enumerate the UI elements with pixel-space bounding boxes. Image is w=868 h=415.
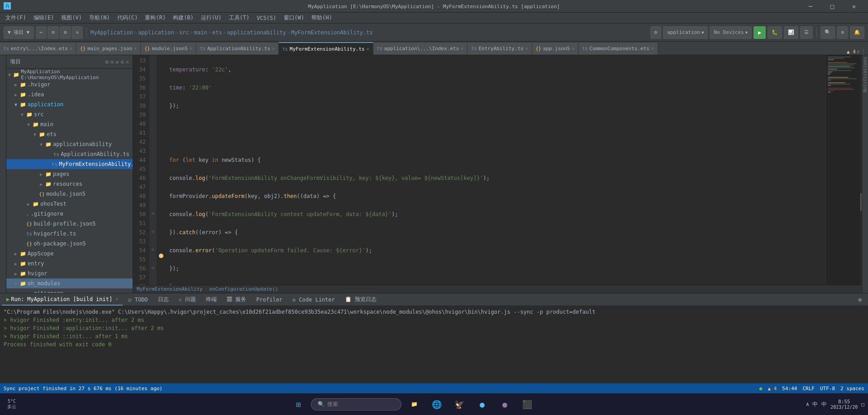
notifications-label[interactable]: Notifications xyxy=(863,57,868,92)
expand-all-button[interactable]: ⇔ xyxy=(36,26,47,39)
close-panel-button[interactable]: ✕ xyxy=(72,26,83,39)
minimap-scroll-thumb[interactable] xyxy=(860,193,862,211)
settings-sidebar-icon[interactable]: ⚙ xyxy=(121,59,124,65)
tab-myform-active[interactable]: ts MyFormExtensionAbility.ts × xyxy=(279,42,373,55)
collapse-icon[interactable]: ≡ xyxy=(110,59,114,65)
expand-icon[interactable]: ⊞ xyxy=(105,59,109,65)
minimize-button[interactable]: ─ xyxy=(800,0,821,13)
run-tab-close[interactable]: × xyxy=(115,297,118,302)
tree-app-ability-file[interactable]: ▶ ts ApplicationAbility.ts xyxy=(6,149,133,159)
device-dropdown[interactable]: No Devices ▼ xyxy=(710,26,752,39)
debug-button[interactable]: 🐛 xyxy=(768,26,782,39)
tree-application[interactable]: ▼ 📁 application xyxy=(6,99,133,109)
profile-button[interactable]: 📊 xyxy=(784,26,798,39)
taskbar-blue-app[interactable]: ● xyxy=(472,394,492,414)
tree-pages[interactable]: ▶ 📁 pages xyxy=(6,169,133,179)
tree-entry[interactable]: ▶ 📁 entry xyxy=(6,259,133,269)
line-ending[interactable]: CRLF xyxy=(802,386,815,391)
gear-button[interactable]: ⚙ xyxy=(837,26,848,39)
tree-gitignore-root[interactable]: ▶ . .gitignore xyxy=(6,288,133,293)
tree-hvigorfile[interactable]: ▶ ts hvigorfile.ts xyxy=(6,229,133,239)
tab-close[interactable]: × xyxy=(525,46,528,51)
tab-common-components[interactable]: ts CommonComponents.ets × xyxy=(578,42,658,55)
taskbar-purple-app[interactable]: ● xyxy=(495,394,515,414)
start-button[interactable]: ⊞ xyxy=(288,394,308,414)
tab-chevron[interactable]: ∧ xyxy=(857,48,860,55)
weather-widget[interactable]: 5°C 多云 xyxy=(4,394,20,414)
maximize-button[interactable]: □ xyxy=(822,0,843,13)
close-sidebar-icon[interactable]: ✕ xyxy=(126,59,129,65)
tree-idea[interactable]: ▶ 📁 .idea xyxy=(6,90,133,99)
run-config-dropdown[interactable]: application ▼ xyxy=(663,26,708,39)
tree-oh-package[interactable]: ▶ {} oh-package.json5 xyxy=(6,239,133,249)
tab-application-ability[interactable]: ts ApplicationAbility.ts × xyxy=(196,42,279,55)
menu-code[interactable]: 代码(C) xyxy=(114,13,142,23)
menu-help[interactable]: 帮助(H) xyxy=(308,13,336,23)
sync-icon[interactable]: ⇄ xyxy=(115,59,119,65)
menu-view[interactable]: 视图(V) xyxy=(57,13,86,23)
tab-close[interactable]: × xyxy=(572,46,574,51)
tab-more[interactable]: ⋮ xyxy=(861,48,866,55)
tree-root[interactable]: ▼ 📁 MyApplication E:\HarmonyOS\MyApplica… xyxy=(6,70,133,80)
breakpoint-dot[interactable] xyxy=(159,254,163,258)
tab-run[interactable]: ▶ Run: MyApplication [build init] × xyxy=(2,294,123,306)
taskbar-search[interactable]: 🔍 搜索 xyxy=(311,398,401,410)
tab-profiler[interactable]: Profiler xyxy=(252,294,287,306)
menu-refactor[interactable]: 重构(R) xyxy=(141,13,169,23)
menu-window[interactable]: 窗口(W) xyxy=(280,13,308,23)
tab-application-index[interactable]: ts application\...\Index.ets × xyxy=(373,42,468,55)
tab-close[interactable]: × xyxy=(367,47,369,52)
tree-ohostest[interactable]: ▶ 📁 ohosTest xyxy=(6,199,133,209)
tree-ets[interactable]: ▼ 📁 ets xyxy=(6,129,133,139)
tab-close[interactable]: × xyxy=(651,46,654,51)
indent[interactable]: 2 spaces xyxy=(840,386,864,391)
tree-main[interactable]: ▼ 📁 main xyxy=(6,119,133,129)
tab-close[interactable]: × xyxy=(461,46,463,51)
tree-src[interactable]: ▼ 📁 src xyxy=(6,109,133,119)
menu-build[interactable]: 构建(B) xyxy=(169,13,197,23)
tab-code-linter[interactable]: ◇ Code Linter xyxy=(288,294,339,306)
settings-toolbar-button[interactable]: ⚙ xyxy=(60,26,71,39)
menu-navigate[interactable]: 导航(N) xyxy=(86,13,114,23)
menu-vcs[interactable]: VCS(S) xyxy=(253,13,280,23)
tab-terminal[interactable]: 终端 xyxy=(201,294,221,306)
menu-edit[interactable]: 编辑(E) xyxy=(30,13,58,23)
tree-module-json[interactable]: ▶ {} module.json5 xyxy=(6,189,133,199)
tab-entry-ability[interactable]: ts EntryAbility.ts × xyxy=(467,42,532,55)
code-editor[interactable]: 3334353637 3839404142 4344454647 4849505… xyxy=(133,55,862,285)
taskbar-browser[interactable]: 🌐 xyxy=(427,394,447,414)
code-content[interactable]: temperature: '22c', time: '22:00' }); fo… xyxy=(166,55,825,285)
taskbar-edge[interactable]: 🦅 xyxy=(449,394,469,414)
close-button[interactable]: ✕ xyxy=(844,0,864,13)
notification-button[interactable]: 🔔 xyxy=(850,26,864,39)
clock-widget[interactable]: 8:55 2023/12/20 xyxy=(830,399,858,410)
menu-run[interactable]: 运行(U) xyxy=(197,13,225,23)
tree-resources[interactable]: ▶ 📁 resources xyxy=(6,179,133,189)
tab-app-json[interactable]: {} app.json5 × xyxy=(532,42,579,55)
coverage-button[interactable]: ☰ xyxy=(800,26,813,39)
tab-preview-log[interactable]: 📋 预览日志 xyxy=(340,294,381,306)
bottom-settings[interactable]: ⚙ xyxy=(854,294,866,306)
tab-close[interactable]: × xyxy=(272,46,275,51)
tab-close[interactable]: × xyxy=(70,46,72,51)
tab-main-pages[interactable]: {} main_pages.json × xyxy=(76,42,141,55)
run-button[interactable]: ▶ xyxy=(754,26,766,39)
search-button[interactable]: 🔍 xyxy=(820,26,835,39)
encoding[interactable]: UTF-8 xyxy=(820,386,835,391)
tab-module-json[interactable]: {} module.json5 × xyxy=(141,42,196,55)
tree-gitignore-app[interactable]: ▶ . .gitignore xyxy=(6,209,133,219)
tree-oh-modules[interactable]: ▼ 📁 oh_modules xyxy=(6,278,133,288)
tree-hvigor-root[interactable]: ▶ 📁 hvigor xyxy=(6,269,133,278)
tree-applicationability[interactable]: ▼ 📁 applicationability xyxy=(6,139,133,149)
tab-log[interactable]: 日志 xyxy=(153,294,173,306)
tab-services[interactable]: ☰ 服务 xyxy=(222,294,251,306)
project-dropdown[interactable]: ▼ 项目 ▼ xyxy=(4,26,34,39)
notification-dot[interactable]: □ xyxy=(861,401,864,407)
tab-todo[interactable]: ☑ TODO xyxy=(124,294,152,306)
tree-build-profile[interactable]: ▶ {} build-profile.json5 xyxy=(6,219,133,229)
taskbar-file-manager[interactable]: 📁 xyxy=(404,394,424,414)
tree-myform-file[interactable]: ▶ ts MyFormExtensionAbility.ts xyxy=(6,159,133,169)
collapse-button[interactable]: ≡ xyxy=(48,26,59,39)
menu-file[interactable]: 文件(F) xyxy=(2,13,30,23)
taskbar-terminal[interactable]: ⬛ xyxy=(517,394,537,414)
